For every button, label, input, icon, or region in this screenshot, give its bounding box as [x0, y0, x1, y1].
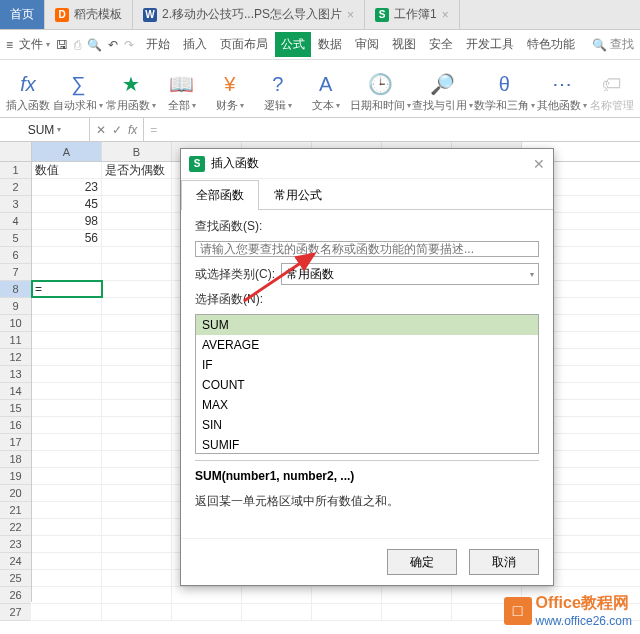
print-icon[interactable]: ⎙ — [74, 38, 81, 52]
cancel-button[interactable]: 取消 — [469, 549, 539, 575]
cell[interactable] — [32, 519, 102, 535]
cell[interactable] — [32, 502, 102, 518]
save-icon[interactable]: 🖫 — [56, 38, 68, 52]
function-item[interactable]: AVERAGE — [196, 335, 538, 355]
redo-icon[interactable]: ↷ — [124, 38, 134, 52]
cell[interactable]: 数值 — [32, 162, 102, 178]
cell[interactable]: 45 — [32, 196, 102, 212]
cell[interactable] — [102, 366, 172, 382]
cell[interactable] — [102, 553, 172, 569]
cell[interactable] — [102, 570, 172, 586]
tab-features[interactable]: 特色功能 — [521, 32, 581, 57]
fx-icon[interactable]: fx — [128, 123, 137, 137]
menu-icon[interactable]: ≡ — [6, 38, 13, 52]
row-header[interactable]: 24 — [0, 553, 31, 570]
cell[interactable] — [102, 332, 172, 348]
cell[interactable] — [32, 485, 102, 501]
accept-formula-icon[interactable]: ✓ — [112, 123, 122, 137]
row-header[interactable]: 15 — [0, 400, 31, 417]
row-header[interactable]: 9 — [0, 298, 31, 315]
name-manager-button[interactable]: 🏷 名称管理 — [588, 71, 636, 115]
file-menu[interactable]: 文件 ▾ — [19, 36, 50, 53]
row-header[interactable]: 6 — [0, 247, 31, 264]
col-header-A[interactable]: A — [32, 142, 102, 161]
cell[interactable]: 是否为偶数 — [102, 162, 172, 178]
cell[interactable] — [32, 604, 102, 620]
row-header[interactable]: 1 — [0, 162, 31, 179]
cell[interactable] — [32, 587, 102, 603]
cell[interactable] — [32, 383, 102, 399]
row-header[interactable]: 20 — [0, 485, 31, 502]
cell[interactable] — [102, 502, 172, 518]
cell[interactable] — [32, 349, 102, 365]
tab-close-icon[interactable]: × — [347, 8, 354, 22]
cell[interactable]: 98 — [32, 213, 102, 229]
autosum-button[interactable]: ∑ 自动求和▾ — [52, 71, 105, 115]
cell[interactable] — [102, 281, 172, 297]
row-header[interactable]: 10 — [0, 315, 31, 332]
tab-formula[interactable]: 公式 — [275, 32, 311, 57]
undo-icon[interactable]: ↶ — [108, 38, 118, 52]
cell[interactable] — [382, 587, 452, 603]
cell[interactable] — [32, 264, 102, 280]
name-box[interactable]: SUM ▾ — [0, 118, 90, 141]
tab-devtools[interactable]: 开发工具 — [460, 32, 520, 57]
select-all-corner[interactable] — [0, 142, 31, 162]
logic-fn-button[interactable]: ? 逻辑▾ — [254, 71, 302, 115]
function-list[interactable]: SUMAVERAGEIFCOUNTMAXSINSUMIFCOUNTIF — [195, 314, 539, 454]
row-header[interactable]: 13 — [0, 366, 31, 383]
cell[interactable] — [32, 298, 102, 314]
tab-close-icon[interactable]: × — [442, 8, 449, 22]
function-item[interactable]: MAX — [196, 395, 538, 415]
cell[interactable] — [102, 485, 172, 501]
cell[interactable]: = — [32, 281, 102, 297]
cell[interactable] — [382, 604, 452, 620]
cell[interactable] — [102, 264, 172, 280]
cell[interactable] — [102, 383, 172, 399]
lookup-fn-button[interactable]: 🔎 查找与引用▾ — [412, 70, 474, 115]
dialog-tab-all[interactable]: 全部函数 — [181, 180, 259, 210]
cell[interactable] — [32, 468, 102, 484]
row-header[interactable]: 19 — [0, 468, 31, 485]
row-header[interactable]: 8 — [0, 281, 31, 298]
row-header[interactable]: 26 — [0, 587, 31, 604]
row-header[interactable]: 2 — [0, 179, 31, 196]
row-header[interactable]: 11 — [0, 332, 31, 349]
row-header[interactable]: 3 — [0, 196, 31, 213]
cell[interactable] — [102, 179, 172, 195]
cell[interactable] — [32, 536, 102, 552]
cell[interactable] — [172, 604, 242, 620]
category-select[interactable]: 常用函数 ▾ — [281, 263, 539, 285]
function-item[interactable]: SUM — [196, 315, 538, 335]
cell[interactable] — [32, 570, 102, 586]
tab-security[interactable]: 安全 — [423, 32, 459, 57]
cell[interactable] — [102, 434, 172, 450]
row-header[interactable]: 27 — [0, 604, 31, 621]
row-header[interactable]: 22 — [0, 519, 31, 536]
search-button[interactable]: 🔍 查找 — [592, 36, 634, 53]
cell[interactable] — [102, 349, 172, 365]
cell[interactable] — [32, 315, 102, 331]
formula-input[interactable]: = — [144, 118, 640, 141]
cell[interactable] — [102, 587, 172, 603]
cell[interactable] — [102, 196, 172, 212]
cell[interactable] — [102, 451, 172, 467]
other-fn-button[interactable]: ⋯ 其他函数▾ — [535, 70, 588, 115]
row-header[interactable]: 18 — [0, 451, 31, 468]
cell[interactable] — [102, 400, 172, 416]
cell[interactable] — [312, 604, 382, 620]
cell[interactable] — [102, 519, 172, 535]
row-header[interactable]: 16 — [0, 417, 31, 434]
cell[interactable] — [32, 417, 102, 433]
row-header[interactable]: 12 — [0, 349, 31, 366]
tab-home[interactable]: 首页 — [0, 0, 45, 29]
function-item[interactable]: IF — [196, 355, 538, 375]
cell[interactable] — [102, 315, 172, 331]
cell[interactable] — [102, 604, 172, 620]
search-input[interactable] — [195, 241, 539, 257]
cell[interactable] — [32, 434, 102, 450]
cell[interactable] — [102, 230, 172, 246]
cell[interactable] — [32, 553, 102, 569]
tab-start[interactable]: 开始 — [140, 32, 176, 57]
function-item[interactable]: SIN — [196, 415, 538, 435]
